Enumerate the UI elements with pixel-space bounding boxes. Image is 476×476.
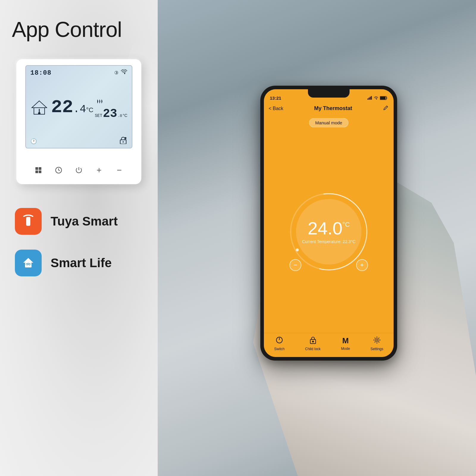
temp-circle-container: 24.0 °C Current Temperature: 22.3°C − + — [264, 130, 394, 333]
svg-point-5 — [123, 141, 124, 143]
heating-icon — [95, 95, 104, 107]
svg-rect-20 — [370, 97, 371, 100]
set-temp-unit: °C — [123, 113, 127, 118]
wifi-icon — [121, 69, 127, 76]
app-title: My Thermostat — [314, 105, 352, 112]
set-temp-decimal: .0 — [118, 114, 122, 118]
schedule-button[interactable] — [52, 164, 65, 177]
app-logos: Tuya Smart Smart Life — [12, 208, 118, 276]
svg-point-30 — [376, 339, 378, 341]
manual-mode-badge: Manual mode — [309, 118, 349, 127]
lcd-bottom-row: 🕐 — [30, 137, 127, 145]
nav-mode[interactable]: M Mode — [341, 336, 350, 351]
phone-wrapper: 13:21 — [260, 86, 397, 361]
house-icon — [30, 99, 48, 116]
svg-marker-16 — [23, 258, 33, 263]
current-temp-display: Current Temperature: 22.3°C — [302, 239, 356, 244]
svg-rect-15 — [26, 217, 30, 226]
tuya-label: Tuya Smart — [51, 214, 118, 228]
temp-circle-outer: 24.0 °C Current Temperature: 22.3°C − + — [287, 190, 370, 273]
smartlife-row: Smart Life — [15, 250, 118, 276]
svg-rect-18 — [367, 98, 368, 100]
menu-button[interactable] — [32, 164, 45, 177]
status-icons — [367, 96, 388, 100]
lcd-top-icons: ③ — [114, 69, 127, 76]
set-temp-value: 23 — [103, 108, 117, 120]
edit-icon[interactable] — [383, 105, 389, 112]
smartlife-label: Smart Life — [51, 256, 112, 270]
back-button[interactable]: < Back — [269, 106, 283, 111]
svg-point-29 — [312, 341, 314, 342]
decrease-button[interactable] — [113, 164, 126, 177]
house-section — [30, 99, 48, 116]
tuya-icon — [15, 208, 42, 235]
clock-icon: 🕐 — [30, 138, 37, 145]
svg-rect-9 — [35, 170, 38, 173]
nav-settings[interactable]: Settings — [370, 336, 383, 351]
control-buttons-row — [25, 162, 132, 178]
temp-decrease-button[interactable]: − — [289, 259, 301, 271]
nav-childlock[interactable]: Child lock — [305, 336, 321, 351]
svg-marker-0 — [32, 101, 47, 108]
wifi-status-icon — [374, 96, 378, 100]
child-lock-icon — [119, 137, 127, 145]
signal-icon — [367, 96, 372, 100]
battery-icon — [380, 96, 388, 100]
right-panel: 13:21 — [158, 0, 476, 476]
svg-rect-23 — [380, 97, 386, 99]
app-topbar: < Back My Thermostat — [264, 102, 394, 114]
temp-unit-display: °C — [342, 221, 350, 228]
svg-rect-7 — [35, 167, 38, 170]
temp-main: 24.0 — [308, 220, 342, 237]
thermostat-device: 18:08 ③ — [16, 59, 141, 184]
page-title: App Control — [12, 18, 122, 41]
smartlife-icon — [15, 250, 42, 276]
svg-rect-10 — [39, 170, 41, 173]
settings-icon — [373, 336, 381, 346]
phone-frame: 13:21 — [260, 86, 397, 361]
phone-notch — [308, 89, 350, 98]
current-temp-unit: °C — [86, 106, 93, 114]
lcd-middle: 22 .4 °C SET — [30, 78, 127, 137]
mode-badge-container: Manual mode — [264, 114, 394, 130]
current-temp-decimal: .4 — [73, 103, 86, 115]
childlock-label: Child lock — [305, 347, 321, 351]
mode-icon: M — [342, 336, 349, 345]
temp-circle-inner: 24.0 °C Current Temperature: 22.3°C — [296, 199, 361, 264]
phone-screen: 13:21 — [264, 89, 394, 357]
lcd-time: 18:08 — [30, 69, 51, 77]
status-time: 13:21 — [270, 95, 281, 101]
svg-rect-8 — [39, 167, 41, 170]
settings-label: Settings — [370, 347, 383, 351]
switch-label: Switch — [274, 347, 284, 351]
set-label: SET — [95, 113, 102, 118]
main-temp-display: 22 .4 °C — [50, 98, 93, 117]
temp-display: 24.0 °C — [308, 220, 350, 237]
svg-point-6 — [125, 137, 126, 139]
childlock-icon — [309, 336, 317, 346]
temp-increase-button[interactable]: + — [356, 259, 368, 271]
svg-rect-19 — [369, 98, 369, 100]
svg-rect-21 — [371, 96, 372, 100]
mode-label: Mode — [341, 347, 350, 351]
set-temp-section: SET 23 .0 °C — [95, 95, 127, 120]
lcd-top-row: 18:08 ③ — [30, 69, 127, 77]
set-temp-row: SET 23 .0 °C — [95, 108, 127, 120]
increase-button[interactable] — [93, 164, 106, 177]
bottom-nav: Switch Child lock — [264, 333, 394, 357]
nav-switch[interactable]: Switch — [274, 336, 284, 351]
svg-point-3 — [38, 112, 40, 115]
current-temp-value: 22 — [51, 98, 73, 117]
schedule-icon: ③ — [114, 70, 118, 76]
left-panel: App Control 18:08 ③ — [0, 0, 158, 476]
tuya-row: Tuya Smart — [15, 208, 118, 235]
power-button[interactable] — [72, 164, 85, 177]
switch-icon — [275, 336, 283, 346]
lcd-screen: 18:08 ③ — [25, 65, 132, 148]
